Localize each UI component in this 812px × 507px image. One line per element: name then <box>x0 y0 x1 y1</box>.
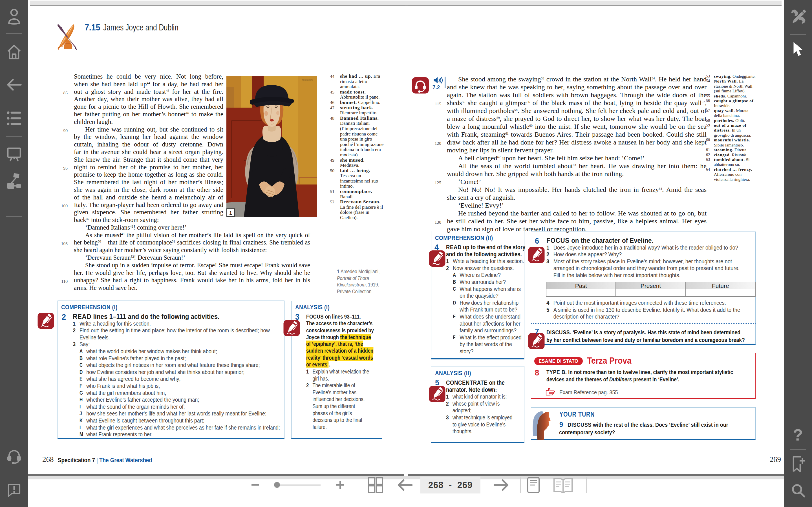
svg-text:modigliani: modigliani <box>302 78 313 81</box>
svg-text:1: 1 <box>229 210 232 216</box>
